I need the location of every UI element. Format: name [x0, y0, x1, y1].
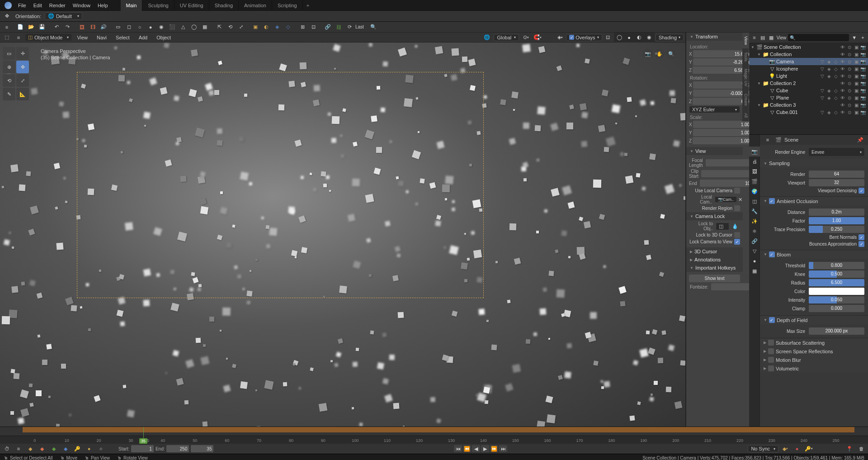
workspace-tab-scripting[interactable]: Scripting — [272, 0, 303, 11]
workspace-tab-sculpting[interactable]: Sculpting — [142, 0, 174, 11]
clip-end-input[interactable] — [700, 180, 749, 187]
prop-tab-viewlayer[interactable]: 🖼 — [749, 166, 760, 176]
lock-obj-dropdown[interactable]: ◫ — [716, 223, 729, 230]
shading-matprev-icon[interactable]: ◐ — [635, 33, 644, 42]
prop-tab-texture[interactable]: ▦ — [749, 266, 760, 276]
mb-checkbox[interactable] — [768, 357, 774, 363]
vol-checkbox[interactable] — [768, 365, 774, 371]
camera-lock-header[interactable]: Camera Lock — [686, 212, 743, 220]
ssr-header[interactable]: Screen Space Reflections — [760, 347, 868, 356]
viewport-menu-add[interactable]: Add — [135, 32, 151, 43]
scale-z-input[interactable] — [693, 137, 749, 144]
bloom-checkbox[interactable] — [769, 251, 775, 257]
bloom-knee-slider[interactable]: 0.500 — [809, 270, 864, 278]
bloom-color-swatch[interactable] — [809, 288, 864, 295]
menu-icon[interactable]: ≡ — [2, 23, 11, 32]
primitive-torus-icon[interactable]: ◯ — [189, 23, 198, 32]
play-reverse-icon[interactable]: ◀ — [472, 445, 480, 452]
menu-edit[interactable]: Edit — [30, 0, 46, 11]
dof-maxsize-input[interactable]: 200.000 px — [809, 327, 864, 335]
filter-funnel-icon[interactable]: ▼ — [851, 33, 857, 42]
clip-start-input[interactable] — [701, 170, 749, 177]
hotkeys-panel-header[interactable]: Important Hotkeys — [686, 264, 743, 272]
marker-del-icon[interactable]: 🗑 — [857, 444, 866, 453]
orientation-icon[interactable]: 🌐 — [482, 33, 491, 42]
filter-icon[interactable]: ▦ — [769, 33, 774, 42]
tree-row[interactable]: ▽ Cube.001 ▽◈◇👁⊙▣📷 — [749, 109, 868, 116]
transform-tool[interactable]: ✥ — [16, 61, 29, 73]
tree-row[interactable]: ▼ 📁 Collection 3 👁⊙▣📷 — [749, 101, 868, 109]
shade-flat-icon[interactable]: ▣ — [251, 23, 260, 32]
xray-icon[interactable]: ⊡ — [604, 33, 613, 42]
scale-tool[interactable]: ⤢ — [16, 74, 29, 87]
prev-keyframe-icon[interactable]: ⏪ — [463, 445, 471, 452]
prop-tab-physics[interactable]: ⚛ — [749, 226, 760, 236]
cursor-panel-header[interactable]: 3D Cursor — [686, 247, 743, 256]
unlink-icon[interactable]: ⛓ — [334, 23, 343, 32]
tree-row[interactable]: ▼ 📁 Collection 👁⊙▣📷 — [749, 51, 868, 58]
new-file-icon[interactable]: 📄 — [16, 23, 25, 32]
bloom-radius-slider[interactable]: 6.500 — [809, 279, 864, 286]
bloom-threshold-slider[interactable]: 0.800 — [809, 262, 864, 269]
jump-end-icon[interactable]: ⏭ — [499, 445, 507, 452]
render-engine-dropdown[interactable]: Eevee▾ — [809, 148, 864, 156]
playhead[interactable]: 35 — [143, 427, 144, 444]
tree-row[interactable]: ▽ Icosphere ▽◈◇👁⊙▣📷 — [749, 65, 868, 72]
primitive-circle-icon[interactable]: ○ — [135, 23, 144, 32]
render-region-checkbox[interactable] — [734, 205, 740, 211]
keying-icon[interactable]: 🔑 — [73, 444, 82, 453]
jump-start-icon[interactable]: ⏮ — [454, 445, 462, 452]
editor-type-icon[interactable]: ⏱ — [2, 444, 11, 453]
show-text-button[interactable]: Show text — [689, 275, 740, 282]
apply-loc-icon[interactable]: ⇱ — [215, 23, 224, 32]
npanel-tab-view[interactable]: View — [742, 33, 749, 48]
mode-dropdown[interactable]: ◫Object Mode▾ — [25, 34, 71, 41]
ao-factor-slider[interactable]: 1.00 — [809, 217, 864, 224]
outliner-type-icon[interactable]: ≡ — [751, 33, 757, 42]
scale-x-input[interactable] — [693, 121, 749, 128]
marker-icon-4[interactable]: ◆ — [61, 444, 70, 453]
clear-icon[interactable]: ✕ — [738, 195, 742, 204]
primitive-icosphere-icon[interactable]: ◉ — [157, 23, 166, 32]
rotate-tool[interactable]: ⟲ — [3, 74, 15, 87]
start-frame-input[interactable] — [131, 445, 154, 452]
sss-header[interactable]: Subsurface Scattering — [760, 338, 868, 347]
tree-row[interactable]: ▽ Cube ▽◈◇👁⊙▣📷 — [749, 87, 868, 94]
shade-smooth-icon[interactable]: ◐ — [262, 23, 271, 32]
next-keyframe-icon[interactable]: ⏩ — [490, 445, 498, 452]
dof-header[interactable]: Depth of Field — [760, 316, 868, 324]
menu-icon[interactable]: ≡ — [14, 444, 23, 453]
npanel-tab-all[interactable]: All — [742, 109, 749, 121]
samples-render-input[interactable]: 64 — [809, 171, 864, 178]
viewport-menu-object[interactable]: Object — [153, 32, 175, 43]
lock-camera-checkbox[interactable] — [734, 239, 740, 245]
bloom-header[interactable]: Bloom — [760, 250, 868, 259]
motionblur-header[interactable]: Motion Blur — [760, 356, 868, 364]
tree-row[interactable]: ▼ 🎬 Scene Collection 👁⊙▣📷 — [749, 43, 868, 51]
rot-x-input[interactable] — [693, 81, 749, 89]
open-file-icon[interactable]: 📂 — [27, 23, 36, 32]
play-icon[interactable]: ▶ — [481, 445, 489, 452]
lock-cursor-checkbox[interactable] — [734, 232, 740, 238]
primitive-cone-icon[interactable]: △ — [179, 23, 188, 32]
workspace-add-button[interactable]: + — [303, 3, 313, 8]
loc-z-input[interactable] — [693, 66, 749, 74]
bloom-intensity-slider[interactable]: 0.050 — [809, 296, 864, 304]
workspace-tab-main[interactable]: Main — [121, 0, 143, 11]
npanel-tab-magicuv[interactable]: Magic UV — [742, 65, 749, 90]
tree-row[interactable]: 📷 Camera ▽◈◇👁⊙▣📷 — [749, 58, 868, 65]
keying-set-icon[interactable]: 🔑▾ — [804, 444, 813, 453]
bounces-checkbox[interactable] — [859, 241, 864, 247]
pin-icon[interactable]: 📌 — [856, 135, 865, 144]
prop-tab-output[interactable]: 🖨 — [749, 156, 760, 166]
loc-y-input[interactable] — [693, 58, 749, 66]
editor-type-icon[interactable]: ⬚ — [2, 33, 11, 42]
npanel-tab-create[interactable]: Create — [742, 90, 749, 109]
annotations-panel-header[interactable]: Annotations — [686, 256, 743, 264]
fontsize-input[interactable] — [711, 283, 749, 290]
dof-checkbox[interactable] — [769, 317, 775, 323]
orientation-dropdown[interactable]: 🌐Default▾ — [45, 12, 82, 20]
camera-view-icon[interactable]: 📷 — [643, 49, 653, 59]
workspace-tab-shading[interactable]: Shading — [209, 0, 239, 11]
primitive-grid-icon[interactable]: ▦ — [200, 23, 209, 32]
